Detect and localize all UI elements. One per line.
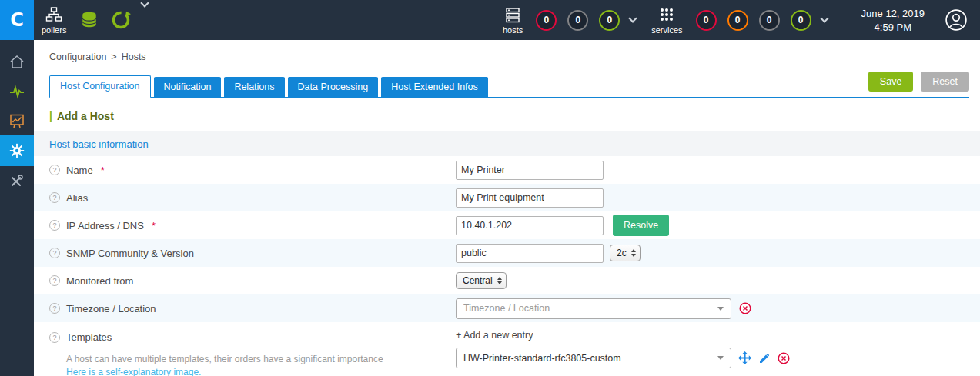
hosts-menu[interactable]: hosts xyxy=(495,6,530,35)
sidebar-item-configuration[interactable] xyxy=(0,135,34,166)
move-icon xyxy=(738,351,751,364)
breadcrumb-configuration[interactable]: Configuration xyxy=(49,52,106,62)
centreon-logo-glyph: C xyxy=(10,9,24,31)
breadcrumb-separator: > xyxy=(111,52,116,62)
sidebar-item-home[interactable] xyxy=(0,48,34,77)
ip-label: IP Address / DNS xyxy=(66,220,144,231)
current-date: June 12, 2019 xyxy=(861,8,925,19)
dropdown-arrow-icon xyxy=(717,307,724,311)
snmp-version-select[interactable]: 2c xyxy=(610,245,641,261)
select-arrows-icon xyxy=(631,249,636,257)
form-row-monitored-from: Monitored from Central xyxy=(34,267,980,294)
hosts-label: hosts xyxy=(503,25,523,35)
templates-label: Templates xyxy=(66,331,112,343)
form-row-timezone: Timezone / Location Timezone / Location xyxy=(34,294,980,322)
main-content: Configuration > Hosts Host Configuration… xyxy=(34,40,980,376)
section-host-basic-information: Host basic information xyxy=(34,131,980,156)
hosts-unreachable-badge[interactable]: 0 xyxy=(567,10,588,31)
templates-help-link[interactable]: Here is a self-explanatory image. xyxy=(66,367,456,376)
services-chevron-down-icon[interactable] xyxy=(820,14,828,22)
home-icon xyxy=(8,54,25,71)
form-row-name: Name * xyxy=(34,156,980,184)
reporting-chart-icon xyxy=(8,112,25,129)
snmp-label: SNMP Community & Version xyxy=(66,248,194,259)
name-label: Name xyxy=(66,165,93,176)
title-pipe: | xyxy=(49,110,52,122)
help-icon[interactable] xyxy=(49,248,60,258)
help-icon[interactable] xyxy=(49,303,60,314)
pollers-menu[interactable]: pollers xyxy=(34,0,74,40)
help-icon[interactable] xyxy=(49,192,60,203)
form-row-templates: Templates A host can have multiple templ… xyxy=(34,322,980,376)
resolve-button[interactable]: Resolve xyxy=(613,215,669,236)
ip-input[interactable] xyxy=(456,216,604,235)
topbar-spacer xyxy=(156,0,495,40)
pollers-icon xyxy=(45,6,62,23)
user-menu[interactable] xyxy=(945,0,968,40)
refresh-status[interactable] xyxy=(111,0,131,40)
hosts-icon xyxy=(504,6,521,23)
services-icon xyxy=(658,6,675,23)
snmp-community-input[interactable] xyxy=(456,244,604,263)
page-title: |Add a Host xyxy=(49,110,980,122)
template-move-button[interactable] xyxy=(738,351,751,364)
pencil-icon xyxy=(758,352,771,364)
services-label: services xyxy=(651,25,682,35)
help-icon[interactable] xyxy=(49,220,60,231)
hosts-counters: hosts 0 0 0 xyxy=(495,0,644,40)
form-row-ip: IP Address / DNS * Resolve xyxy=(34,211,980,239)
tab-notification[interactable]: Notification xyxy=(154,77,222,97)
configuration-gear-icon xyxy=(8,142,25,159)
current-time: 4:59 PM xyxy=(861,22,925,33)
template-select[interactable]: HW-Printer-standard-rfc3805-custom xyxy=(456,348,731,368)
timezone-clear-button[interactable] xyxy=(739,302,751,314)
tab-actions: Save Reset xyxy=(868,72,969,97)
sidebar-item-monitoring[interactable] xyxy=(0,77,34,106)
help-icon[interactable] xyxy=(49,165,60,175)
breadcrumb-hosts[interactable]: Hosts xyxy=(122,52,146,62)
reset-button[interactable]: Reset xyxy=(921,72,969,92)
tab-host-configuration[interactable]: Host Configuration xyxy=(49,75,151,98)
name-input[interactable] xyxy=(456,161,604,180)
timezone-select[interactable]: Timezone / Location xyxy=(456,298,731,319)
delete-circle-icon xyxy=(778,352,790,364)
database-status[interactable] xyxy=(80,0,99,40)
template-delete-button[interactable] xyxy=(778,352,790,364)
refresh-chevron-down-icon[interactable] xyxy=(141,0,149,8)
services-menu[interactable]: services xyxy=(644,6,690,35)
alias-input[interactable] xyxy=(456,188,604,208)
administration-tools-icon xyxy=(8,172,25,189)
services-critical-badge[interactable]: 0 xyxy=(696,10,717,31)
select-arrows-icon xyxy=(497,277,502,284)
sidebar-item-administration[interactable] xyxy=(0,166,34,195)
templates-help-text: A host can have multiple templates, thei… xyxy=(66,354,456,364)
required-asterisk: * xyxy=(152,220,156,231)
help-icon[interactable] xyxy=(49,275,60,286)
add-template-entry-link[interactable]: + Add a new entry xyxy=(456,330,790,341)
hosts-up-badge[interactable]: 0 xyxy=(599,10,620,31)
top-bar: C pollers xyxy=(0,0,980,40)
monitored-from-label: Monitored from xyxy=(66,275,133,287)
dropdown-arrow-icon xyxy=(717,356,724,360)
save-button[interactable]: Save xyxy=(868,72,914,92)
centreon-logo[interactable]: C xyxy=(0,0,34,40)
refresh-icon xyxy=(111,10,131,30)
form-row-alias: Alias xyxy=(34,184,980,211)
monitored-from-select[interactable]: Central xyxy=(456,272,507,289)
template-edit-button[interactable] xyxy=(758,352,771,364)
services-warning-badge[interactable]: 0 xyxy=(727,10,748,31)
clear-circle-icon xyxy=(739,302,751,314)
required-asterisk: * xyxy=(101,165,105,176)
pollers-label: pollers xyxy=(42,25,66,35)
hosts-chevron-down-icon[interactable] xyxy=(629,14,637,22)
clock: June 12, 2019 4:59 PM xyxy=(861,0,925,40)
sidebar-item-reporting[interactable] xyxy=(0,106,34,135)
tab-host-extended-infos[interactable]: Host Extended Infos xyxy=(381,77,488,97)
services-ok-badge[interactable]: 0 xyxy=(791,10,811,31)
services-unknown-badge[interactable]: 0 xyxy=(759,10,780,31)
tab-relations[interactable]: Relations xyxy=(224,77,284,97)
breadcrumb: Configuration > Hosts xyxy=(34,40,980,62)
tab-data-processing[interactable]: Data Processing xyxy=(288,77,379,97)
hosts-down-badge[interactable]: 0 xyxy=(536,10,557,31)
help-icon[interactable] xyxy=(49,332,60,343)
